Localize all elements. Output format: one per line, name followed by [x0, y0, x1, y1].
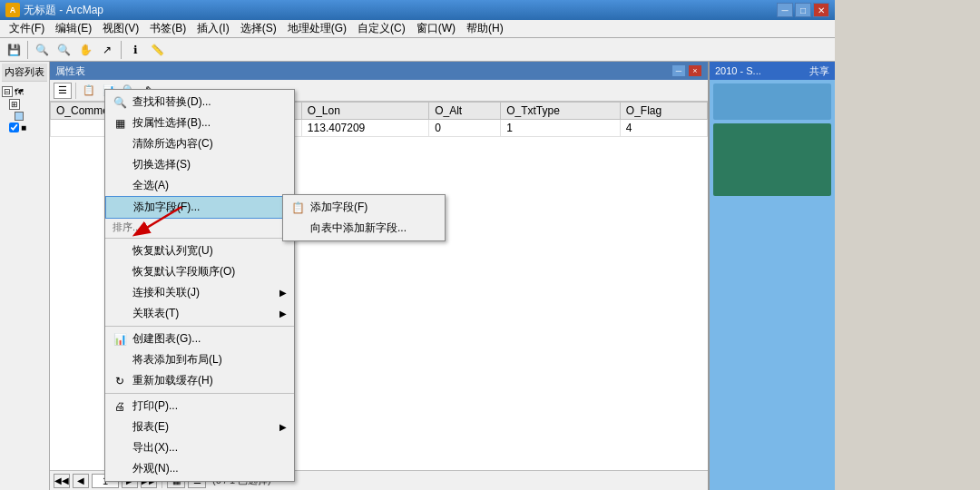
title-bar: A 无标题 - ArcMap ─ □ ✕: [0, 0, 835, 20]
ctx-create-graph[interactable]: 📊 创建图表(G)...: [105, 328, 294, 349]
ctx-restore-order[interactable]: 恢复默认字段顺序(O): [105, 261, 294, 282]
right-bg-panel: 2010 - S... 共享: [708, 62, 835, 490]
join-relate-arrow: ▶: [279, 288, 287, 298]
layer-symbol: [15, 112, 24, 121]
join-relate-icon: [113, 286, 127, 300]
toolbar-identify[interactable]: ℹ: [125, 40, 145, 60]
menu-edit[interactable]: 编辑(E): [50, 19, 97, 38]
panel-row-1: ⊟ 🗺: [2, 86, 47, 97]
toolbar-sep-1: [27, 41, 28, 59]
title-bar-controls: ─ □ ✕: [777, 3, 829, 17]
menu-file[interactable]: 文件(F): [4, 19, 50, 38]
appearance-icon: [113, 462, 127, 476]
panel-layer-icon: 🗺: [15, 87, 24, 97]
app-window: A 无标题 - ArcMap ─ □ ✕ 文件(F) 编辑(E) 视图(V) 书…: [0, 0, 835, 490]
ctx-select-all[interactable]: 全选(A): [105, 175, 294, 196]
ctx-sep-hint: 排序...: [105, 219, 294, 236]
minimize-button[interactable]: ─: [777, 3, 793, 17]
add-table-icon: [113, 353, 127, 368]
menu-geoprocessing[interactable]: 地理处理(G): [282, 19, 352, 38]
menu-view[interactable]: 视图(V): [97, 19, 144, 38]
ctx-switch-select[interactable]: 切换选择(S): [105, 154, 294, 175]
panel-row-3: [2, 112, 47, 121]
checkbox-2[interactable]: ⊞: [9, 99, 20, 110]
window-title: 无标题 - ArcMap: [24, 3, 103, 18]
ctx-add-field-container: 添加字段(F)... 📋 添加字段(F) 向表中添加新字段...: [105, 196, 294, 219]
print-icon: 🖨: [113, 399, 127, 414]
toolbar-save[interactable]: 💾: [4, 40, 24, 60]
close-button[interactable]: ✕: [813, 3, 829, 17]
add-field-icon: [113, 201, 128, 215]
report-icon: [113, 420, 127, 435]
menu-bookmarks[interactable]: 书签(B): [144, 19, 191, 38]
ctx-export[interactable]: 导出(X)...: [105, 437, 294, 458]
panel-row-4-label: ■: [21, 122, 26, 132]
restore-width-icon: [113, 244, 127, 259]
panel-row-4: ■: [2, 122, 47, 132]
find-replace-icon: 🔍: [113, 95, 127, 110]
ctx-add-field[interactable]: 添加字段(F)...: [105, 196, 294, 219]
left-panel-title: 内容列表: [2, 64, 47, 82]
layer-checkbox[interactable]: [9, 122, 19, 132]
remove-selected-icon: [113, 137, 127, 152]
add-field-submenu[interactable]: 📋 添加字段(F) 向表中添加新字段...: [282, 194, 446, 241]
ctx-report[interactable]: 报表(E) ▶: [105, 416, 294, 437]
toolbar-zoom-out[interactable]: 🔍: [54, 40, 74, 60]
report-arrow: ▶: [279, 422, 287, 432]
left-panel: 内容列表 ⊟ 🗺 ⊞ ■: [0, 62, 50, 490]
ctx-print[interactable]: 🖨 打印(P)...: [105, 396, 294, 416]
toolbar: 💾 🔍 🔍 ✋ ↗ ℹ 📏: [0, 38, 835, 62]
toolbar-pan[interactable]: ✋: [75, 40, 95, 60]
context-menu-overlay: 🔍 查找和替换(D)... ▦ 按属性选择(B)... 清除所选内容(C) 切换…: [50, 62, 708, 490]
panel-row-2: ⊞: [2, 99, 47, 110]
reload-icon: ↻: [113, 374, 127, 388]
toolbar-measure[interactable]: 📏: [147, 40, 167, 60]
restore-order-icon: [113, 265, 127, 279]
ctx-reload[interactable]: ↻ 重新加载缓存(H): [105, 370, 294, 391]
context-menu[interactable]: 🔍 查找和替换(D)... ▦ 按属性选择(B)... 清除所选内容(C) 切换…: [104, 89, 295, 482]
ctx-remove-selected[interactable]: 清除所选内容(C): [105, 133, 294, 154]
menu-customize[interactable]: 自定义(C): [352, 19, 411, 38]
select-by-attr-icon: ▦: [113, 116, 127, 131]
ctx-join-relate[interactable]: 连接和关联(J) ▶: [105, 282, 294, 303]
ctx-appearance[interactable]: 外观(N)...: [105, 458, 294, 479]
right-panel-year: 2010 - S...: [715, 65, 761, 76]
submenu-add-field[interactable]: 📋 添加字段(F): [283, 197, 445, 218]
ctx-sep-2: [105, 326, 294, 327]
submenu-add-to-table[interactable]: 向表中添加新字段...: [283, 218, 445, 239]
ctx-restore-width[interactable]: 恢复默认列宽(U): [105, 240, 294, 261]
right-thumbnail: [713, 83, 831, 120]
title-bar-left: A 无标题 - ArcMap: [5, 3, 103, 18]
toolbar-select[interactable]: ↗: [97, 40, 117, 60]
right-map-preview: [713, 123, 831, 196]
select-all-icon: [113, 179, 127, 193]
ctx-find-replace[interactable]: 🔍 查找和替换(D)...: [105, 92, 294, 113]
checkbox-1[interactable]: ⊟: [2, 86, 13, 97]
submenu-icon-1: 📋: [290, 201, 305, 215]
menu-bar: 文件(F) 编辑(E) 视图(V) 书签(B) 插入(I) 选择(S) 地理处理…: [0, 20, 835, 38]
main-area: 属性表 ─ × ☰ 📋 📊 🔍 ✎: [50, 62, 708, 490]
toolbar-zoom-in[interactable]: 🔍: [32, 40, 52, 60]
switch-select-icon: [113, 158, 127, 172]
toolbar-sep-2: [121, 41, 122, 59]
create-graph-icon: 📊: [113, 332, 127, 347]
menu-insert[interactable]: 插入(I): [191, 19, 234, 38]
ctx-add-table[interactable]: 将表添加到布局(L): [105, 349, 294, 370]
ctx-relate[interactable]: 关联表(T) ▶: [105, 303, 294, 324]
menu-help[interactable]: 帮助(H): [461, 19, 509, 38]
right-panel-share: 共享: [809, 64, 829, 78]
ctx-sep-3: [105, 393, 294, 394]
menu-window[interactable]: 窗口(W): [411, 19, 461, 38]
maximize-button[interactable]: □: [795, 3, 811, 17]
ctx-select-by-attr[interactable]: ▦ 按属性选择(B)...: [105, 113, 294, 133]
relate-icon: [113, 307, 127, 321]
arcmap-icon: A: [5, 3, 20, 17]
export-icon: [113, 441, 127, 456]
submenu-icon-2: [290, 221, 305, 236]
menu-select[interactable]: 选择(S): [235, 19, 282, 38]
ctx-sep-1: [105, 238, 294, 239]
right-panel-header: 2010 - S... 共享: [710, 62, 835, 80]
relate-arrow: ▶: [279, 309, 287, 318]
